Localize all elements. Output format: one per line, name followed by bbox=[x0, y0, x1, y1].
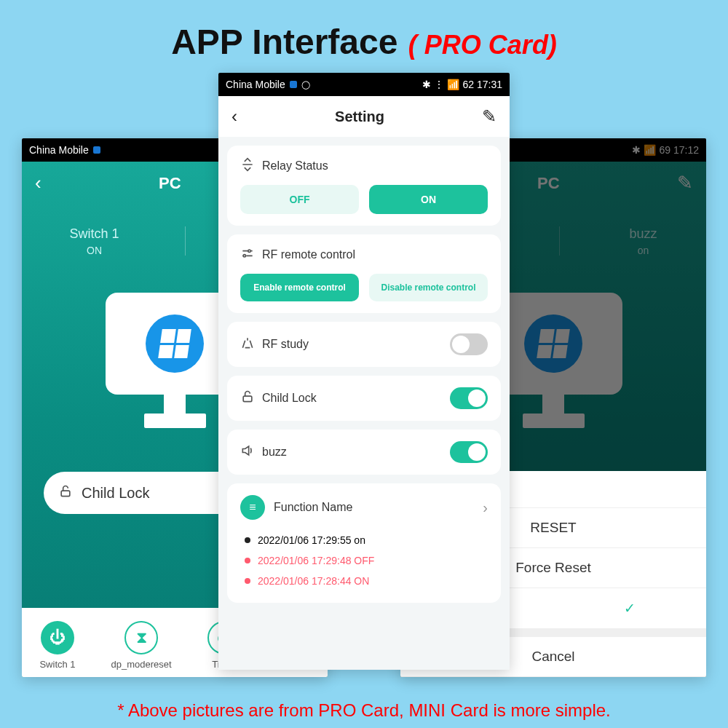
tab-separator bbox=[185, 226, 186, 256]
rf-remote-card: RF remote control Enable remote control … bbox=[227, 234, 501, 313]
edit-icon[interactable]: ✎ bbox=[482, 106, 496, 127]
svg-rect-0 bbox=[61, 491, 70, 496]
log-dot bbox=[245, 578, 250, 584]
carrier-icon bbox=[290, 81, 297, 88]
bluetooth-icon: ✱ bbox=[422, 79, 431, 90]
heading-sub: ( PRO Card) bbox=[408, 30, 557, 60]
relay-status-label: Relay Status bbox=[262, 159, 328, 173]
svg-point-2 bbox=[243, 255, 245, 257]
back-icon[interactable]: ‹ bbox=[35, 172, 41, 194]
speaker-icon bbox=[240, 443, 255, 461]
carrier-icon bbox=[93, 146, 100, 154]
rf-study-toggle[interactable] bbox=[450, 333, 488, 355]
rf-study-label: RF study bbox=[262, 338, 309, 351]
log-entry: 2022/01/06 17:29:55 on bbox=[240, 530, 488, 550]
log-entry: 2022/01/06 17:29:48 OFF bbox=[240, 550, 488, 571]
settings-title: Setting bbox=[335, 108, 384, 125]
log-entry: 2022/01/06 17:28:44 ON bbox=[240, 571, 488, 591]
back-icon[interactable]: ‹ bbox=[232, 106, 237, 127]
heading-main: APP Interface bbox=[171, 23, 397, 61]
svg-point-1 bbox=[248, 250, 250, 252]
function-name-row[interactable]: ≡ Function Name › bbox=[240, 495, 488, 520]
child-lock-row[interactable]: Child Lock bbox=[227, 376, 501, 421]
document-icon: ≡ bbox=[240, 495, 265, 520]
sheet-confirm[interactable]: ✓ bbox=[553, 588, 706, 628]
nav-modereset[interactable]: ⧗dp_modereset bbox=[111, 621, 172, 670]
phone-center: China Mobile◯ ✱ ⋮ 📶 62 17:31 ‹ Setting ✎… bbox=[218, 73, 510, 670]
event-log: 2022/01/06 17:29:55 on 2022/01/06 17:29:… bbox=[240, 530, 488, 591]
footnote: * Above pictures are from PRO Card, MINI… bbox=[0, 700, 728, 721]
relay-status-card: Relay Status OFF ON bbox=[227, 146, 501, 226]
battery-pct: 62 bbox=[462, 79, 474, 90]
carrier-label: China Mobile bbox=[226, 79, 285, 90]
status-bar: China Mobile◯ ✱ ⋮ 📶 62 17:31 bbox=[218, 73, 510, 96]
carrier-label: China Mobile bbox=[29, 144, 89, 156]
buzz-label: buzz bbox=[262, 446, 287, 459]
sliders-icon bbox=[240, 246, 255, 264]
page-heading: APP Interface ( PRO Card) bbox=[0, 22, 728, 62]
function-name-card: ≡ Function Name › 2022/01/06 17:29:55 on… bbox=[227, 483, 501, 603]
buzz-row[interactable]: buzz bbox=[227, 430, 501, 475]
child-lock-label: Child Lock bbox=[262, 392, 317, 405]
rf-remote-label: RF remote control bbox=[262, 248, 355, 261]
log-dot bbox=[245, 537, 250, 543]
recycle-icon bbox=[240, 157, 255, 175]
wifi-icon: ⋮ bbox=[434, 79, 444, 90]
signal-icon: 📶 bbox=[447, 79, 459, 90]
relay-off-button[interactable]: OFF bbox=[240, 185, 359, 214]
rf-disable-button[interactable]: Disable remote control bbox=[369, 274, 488, 301]
buzz-toggle[interactable] bbox=[450, 441, 488, 463]
rf-enable-button[interactable]: Enable remote control bbox=[240, 274, 359, 301]
log-dot bbox=[245, 558, 250, 563]
child-lock-toggle[interactable] bbox=[450, 387, 488, 409]
lock-icon bbox=[58, 484, 73, 502]
lock-icon bbox=[240, 389, 255, 407]
antenna-icon bbox=[240, 336, 255, 353]
whatsapp-icon: ◯ bbox=[301, 80, 310, 90]
rf-study-row[interactable]: RF study bbox=[227, 322, 501, 367]
tab-switch1[interactable]: Switch 1 ON bbox=[69, 226, 119, 256]
screen-title: PC bbox=[159, 174, 181, 193]
clock: 17:31 bbox=[477, 79, 502, 90]
function-name-label: Function Name bbox=[274, 501, 353, 514]
nav-switch1[interactable]: ⏻Switch 1 bbox=[39, 621, 75, 670]
settings-panel: ‹ Setting ✎ Relay Status OFF ON RF remot… bbox=[218, 96, 510, 670]
child-lock-label: Child Lock bbox=[82, 485, 149, 502]
svg-rect-3 bbox=[243, 396, 252, 402]
chevron-right-icon: › bbox=[483, 499, 488, 516]
relay-on-button[interactable]: ON bbox=[369, 185, 488, 214]
